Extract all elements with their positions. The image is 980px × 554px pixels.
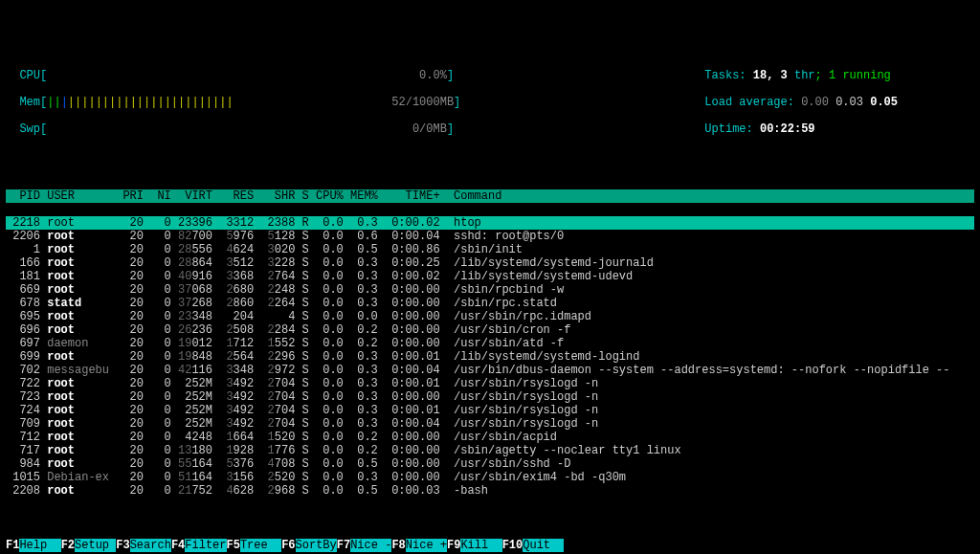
swp-value: 0/0MB [412, 122, 447, 136]
hdr-res[interactable]: RES [212, 189, 254, 203]
hdr-pri[interactable]: PRI [116, 189, 144, 203]
process-row[interactable]: 723 root200252M34922704S0.00.30:00.00 /u… [6, 390, 974, 404]
process-row[interactable]: 1 root2002855646243020S0.00.50:00.86 /sb… [6, 243, 974, 256]
fkey-F6[interactable]: F6 [281, 539, 295, 552]
footer-bar: F1Help F2Setup F3SearchF4FilterF5Tree F6… [6, 539, 980, 552]
process-list[interactable]: 2218 root2002339633122388R0.00.30:00.02 … [6, 216, 974, 498]
fkey-F4[interactable]: F4 [171, 539, 185, 552]
hdr-ni[interactable]: NI [144, 189, 171, 203]
process-row[interactable]: 678 statd2003726828602264S0.00.30:00.00 … [6, 297, 974, 310]
fkey-F2[interactable]: F2 [61, 539, 75, 552]
load-line: Load average: 0.00 0.03 0.05 [704, 96, 898, 109]
hdr-pid[interactable]: PID [6, 189, 40, 203]
flabel-Tree[interactable]: Tree [240, 539, 281, 552]
hdr-cmd[interactable]: Command [454, 189, 501, 203]
hdr-virt[interactable]: VIRT [171, 189, 212, 203]
meters-section: CPU[ 0.0%] Mem[|||||||||||||||||||||||||… [6, 55, 974, 149]
hdr-time[interactable]: TIME+ [378, 189, 440, 203]
process-row[interactable]: 712 root200424816641520S0.00.20:00.00 /u… [6, 431, 974, 444]
meters-right: Tasks: 18, 3 thr; 1 running Load average… [704, 55, 974, 149]
swp-label: Swp [19, 122, 40, 136]
hdr-mem[interactable]: MEM% [344, 189, 378, 203]
flabel-Help[interactable]: Help [19, 539, 60, 552]
mem-value: 52/1000MB [391, 96, 454, 109]
process-row[interactable]: 696 root2002623625082284S0.00.20:00.00 /… [6, 323, 974, 337]
fkey-F9[interactable]: F9 [447, 539, 460, 552]
flabel-Nice -[interactable]: Nice - [350, 539, 391, 552]
process-row[interactable]: 669 root2003706826802248S0.00.30:00.00 /… [6, 283, 974, 297]
process-row[interactable]: 709 root200252M34922704S0.00.30:00.04 /u… [6, 417, 974, 431]
mem-label: Mem [19, 96, 40, 109]
flabel-Search[interactable]: Search [130, 539, 171, 552]
process-row[interactable]: 724 root200252M34922704S0.00.30:00.01 /u… [6, 404, 974, 417]
process-row[interactable]: 984 root2005516453764708S0.00.50:00.00 /… [6, 457, 974, 471]
process-row[interactable]: 166 root2002886435123228S0.00.30:00.25 /… [6, 256, 974, 270]
flabel-Kill[interactable]: Kill [460, 539, 501, 552]
cpu-meter: CPU[ 0.0%] [6, 69, 460, 82]
process-row[interactable]: 2208 root2002175246282968S0.00.50:00.03 … [6, 484, 974, 498]
fkey-F5[interactable]: F5 [227, 539, 240, 552]
flabel-Nice +[interactable]: Nice + [406, 539, 447, 552]
fkey-F8[interactable]: F8 [391, 539, 405, 552]
hdr-user[interactable]: USER [47, 189, 116, 203]
flabel-Setup[interactable]: Setup [75, 539, 116, 552]
mem-meter: Mem[||||||||||||||||||||||||||| 52/1000M… [6, 96, 460, 109]
process-row[interactable]: 697 daemon2001901217121552S0.00.20:00.00… [6, 337, 974, 350]
flabel-SortBy[interactable]: SortBy [296, 539, 337, 552]
fkey-F7[interactable]: F7 [337, 539, 350, 552]
process-row[interactable]: 2206 root2008270059765128S0.00.60:00.04 … [6, 230, 974, 243]
process-row[interactable]: 717 root2001318019281776S0.00.20:00.00 /… [6, 444, 974, 457]
cpu-value: 0.0% [419, 69, 447, 82]
flabel-Filter[interactable]: Filter [185, 539, 226, 552]
blank-row [6, 163, 974, 176]
process-row[interactable]: 702 messagebu2004211633482972S0.00.30:00… [6, 364, 974, 377]
meters-left: CPU[ 0.0%] Mem[|||||||||||||||||||||||||… [6, 55, 460, 149]
fkey-F1[interactable]: F1 [6, 539, 19, 552]
column-header[interactable]: PID USERPRINIVIRTRESSHRSCPU%MEM%TIME+ Co… [6, 189, 974, 203]
cpu-label: CPU [19, 69, 40, 82]
process-row[interactable]: 181 root2004091633682764S0.00.30:00.02 /… [6, 270, 974, 283]
process-row[interactable]: 2218 root2002339633122388R0.00.30:00.02 … [6, 216, 974, 230]
fkey-F10[interactable]: F10 [502, 539, 523, 552]
uptime-line: Uptime: 00:22:59 [704, 122, 898, 136]
process-row[interactable]: 1015 Debian-ex2005116431562520S0.00.30:0… [6, 471, 974, 484]
flabel-Quit[interactable]: Quit [523, 539, 564, 552]
tasks-line: Tasks: 18, 3 thr; 1 running [704, 69, 898, 82]
hdr-s[interactable]: S [295, 189, 308, 203]
fkey-F3[interactable]: F3 [116, 539, 129, 552]
hdr-shr[interactable]: SHR [254, 189, 295, 203]
hdr-cpu[interactable]: CPU% [309, 189, 344, 203]
process-row[interactable]: 699 root2001984825642296S0.00.30:00.01 /… [6, 350, 974, 364]
swp-meter: Swp[ 0/0MB] [6, 122, 460, 136]
process-row[interactable]: 695 root200233482044S0.00.00:00.00 /usr/… [6, 310, 974, 323]
process-row[interactable]: 722 root200252M34922704S0.00.30:00.01 /u… [6, 377, 974, 390]
